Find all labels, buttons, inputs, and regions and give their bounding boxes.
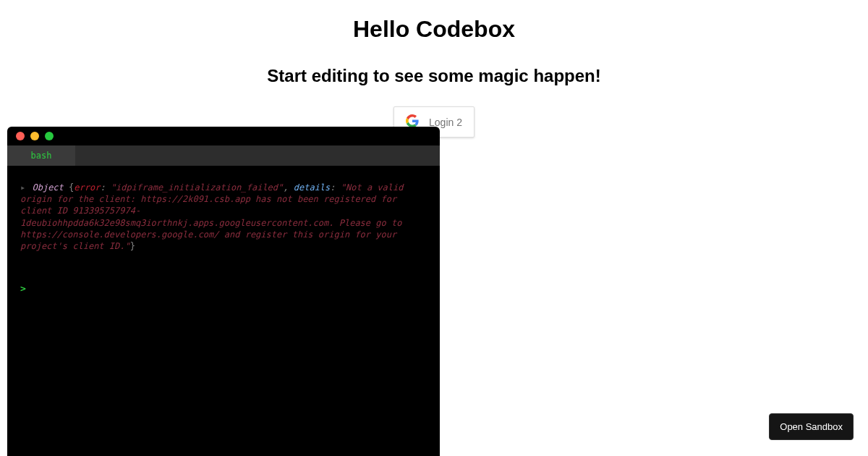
error-value: "idpiframe_initialization_failed" xyxy=(111,182,283,193)
window-minimize-dot[interactable] xyxy=(30,132,39,140)
terminal-prompt[interactable]: > xyxy=(20,282,427,295)
window-close-dot[interactable] xyxy=(16,132,25,140)
terminal-body[interactable]: ▸ Object {error: "idpiframe_initializati… xyxy=(7,166,440,295)
close-brace: } xyxy=(130,241,135,251)
console-output-line: ▸ Object {error: "idpiframe_initializati… xyxy=(20,182,427,252)
header: Hello Codebox Start editing to see some … xyxy=(0,0,868,138)
expand-arrow-icon[interactable]: ▸ xyxy=(20,182,25,193)
error-key: error xyxy=(74,182,100,193)
terminal-tabbar: bash xyxy=(7,145,440,166)
open-sandbox-button[interactable]: Open Sandbox xyxy=(769,413,854,440)
terminal-titlebar xyxy=(7,127,440,145)
colon: : xyxy=(100,182,110,193)
page-subtitle: Start editing to see some magic happen! xyxy=(0,66,868,86)
window-maximize-dot[interactable] xyxy=(45,132,54,140)
object-keyword: Object xyxy=(32,182,63,193)
details-key: details xyxy=(294,182,331,193)
terminal-tab-bash[interactable]: bash xyxy=(7,145,75,166)
details-value: "Not a valid origin for the client: http… xyxy=(20,182,403,251)
terminal-window: bash ▸ Object {error: "idpiframe_initial… xyxy=(7,127,440,456)
page-title: Hello Codebox xyxy=(0,16,868,43)
